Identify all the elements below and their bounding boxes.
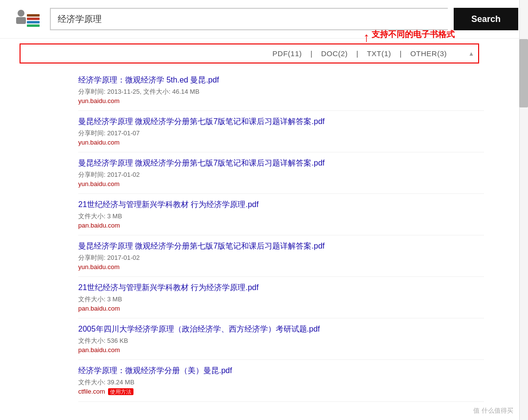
results-list: 经济学原理：微观经济学 5th.ed 曼昆.pdf分享时间: 2013-11-2…	[0, 67, 513, 407]
result-meta: 分享时间: 2017-01-07	[78, 129, 484, 138]
scroll-up-indicator: ▲	[468, 50, 474, 57]
result-meta: 分享时间: 2013-11-25, 文件大小: 46.14 MB	[78, 87, 484, 96]
result-meta: 文件大小: 3 MB	[78, 212, 484, 221]
result-item: 曼昆经济学原理 微观经济学分册第七版7版笔记和课后习题详解答案.pdf分享时间:…	[78, 111, 484, 152]
result-source[interactable]: pan.baidu.com	[78, 222, 484, 229]
result-source[interactable]: pan.baidu.com	[78, 346, 484, 354]
result-source[interactable]: yun.baidu.com	[78, 97, 484, 105]
result-meta: 文件大小: 536 KB	[78, 336, 484, 345]
svg-rect-5	[27, 24, 40, 27]
doc-filter[interactable]: DOC(2)	[321, 49, 348, 58]
result-item: 21世纪经济与管理新兴学科教材 行为经济学原理.pdf文件大小: 3 MBpan…	[78, 194, 484, 235]
other-filter[interactable]: OTHER(3)	[410, 49, 447, 58]
result-title[interactable]: 曼昆经济学原理 微观经济学分册第七版7版笔记和课后习题详解答案.pdf	[78, 117, 484, 127]
result-meta: 分享时间: 2017-01-02	[78, 170, 484, 179]
result-title[interactable]: 经济学原理：微观经济学 5th.ed 曼昆.pdf	[78, 75, 484, 85]
result-title[interactable]: 曼昆经济学原理 微观经济学分册第七版7版笔记和课后习题详解答案.pdf	[78, 158, 484, 168]
svg-rect-4	[27, 21, 40, 23]
arrow-up-icon: ↑	[363, 30, 370, 45]
sep3: |	[399, 49, 401, 58]
result-item: 2005年四川大学经济学原理（政治经济学、西方经济学）考研试题.pdf文件大小:…	[78, 318, 484, 360]
search-button[interactable]: Search	[454, 8, 518, 30]
svg-rect-3	[27, 18, 40, 20]
result-title[interactable]: 21世纪经济与管理新兴学科教材 行为经济学原理.pdf	[78, 283, 484, 293]
result-meta: 文件大小: 39.24 MB	[78, 378, 484, 387]
result-source[interactable]: ctfile.com使用方法	[78, 388, 484, 396]
scrollbar-thumb[interactable]	[519, 39, 528, 107]
result-item: 曼昆经济学原理 微观经济学分册第七版7版笔记和课后习题详解答案.pdf分享时间:…	[78, 235, 484, 277]
annotation-text: 支持不同的电子书格式	[372, 29, 455, 40]
logo	[10, 7, 44, 31]
pdf-filter[interactable]: PDF(11)	[272, 49, 302, 58]
txt-filter[interactable]: TXT(1)	[367, 49, 391, 58]
result-source[interactable]: pan.baidu.com	[78, 305, 484, 312]
svg-point-0	[18, 10, 24, 17]
result-source[interactable]: yun.baidu.com	[78, 180, 484, 188]
sep2: |	[356, 49, 358, 58]
result-title[interactable]: 经济学原理：微观经济学分册（美）曼昆.pdf	[78, 366, 484, 376]
annotation: ↑ 支持不同的电子书格式	[363, 29, 455, 45]
logo-icon	[12, 8, 42, 30]
filter-text: PDF(11) | DOC(2) | TXT(1) | OTHER(3)	[270, 49, 449, 58]
result-item: 经济学原理：微观经济学分册（美）曼昆.pdf文件大小: 39.24 MBctfi…	[78, 360, 484, 402]
svg-rect-2	[27, 14, 40, 17]
watermark: 值 什么值得买	[473, 406, 513, 415]
result-source[interactable]: yun.baidu.com	[78, 263, 484, 271]
svg-rect-1	[16, 17, 26, 24]
result-title[interactable]: 曼昆经济学原理 微观经济学分册第七版7版笔记和课后习题详解答案.pdf	[78, 241, 484, 252]
result-source[interactable]: yun.baidu.com	[78, 139, 484, 146]
result-title[interactable]: 21世纪经济与管理新兴学科教材 行为经济学原理.pdf	[78, 200, 484, 210]
search-input[interactable]	[50, 8, 448, 30]
result-meta: 文件大小: 3 MB	[78, 295, 484, 304]
result-item: 曼昆经济学原理 微观经济学分册第七版7版笔记和课后习题详解答案.pdf分享时间:…	[78, 152, 484, 194]
result-title[interactable]: 2005年四川大学经济学原理（政治经济学、西方经济学）考研试题.pdf	[78, 324, 484, 335]
result-item: 21世纪经济与管理新兴学科教材 行为经济学原理.pdf文件大小: 3 MBpan…	[78, 277, 484, 318]
scrollbar-track[interactable]	[519, 0, 528, 420]
filter-bar: PDF(11) | DOC(2) | TXT(1) | OTHER(3) ▲	[20, 43, 479, 63]
result-meta: 分享时间: 2017-01-02	[78, 253, 484, 262]
use-method-tag[interactable]: 使用方法	[108, 388, 133, 395]
sep1: |	[310, 49, 312, 58]
result-item: 经济学原理：微观经济学 5th.ed 曼昆.pdf分享时间: 2013-11-2…	[78, 69, 484, 111]
